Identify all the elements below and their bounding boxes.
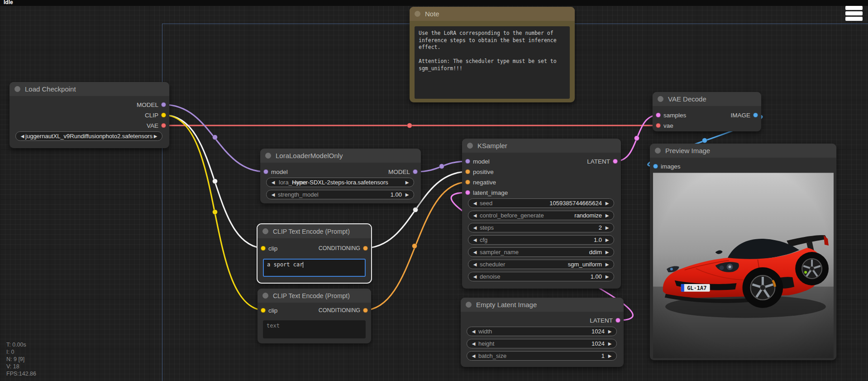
node-status-dot [262, 228, 268, 234]
next-value-arrow-icon[interactable]: ▶ [604, 250, 610, 255]
widget-seed[interactable]: ◀ seed 1059385744665624 ▶ [468, 198, 614, 208]
increment-arrow-icon[interactable]: ▶ [606, 353, 613, 358]
node-clip-text-encode-negative: CLIP Text Encode (Prompt) clip CONDITION… [258, 289, 371, 343]
widget-width[interactable]: ◀ width 1024 ▶ [467, 327, 617, 336]
widget-lora-name[interactable]: ◀ lora_name Hyper-SDXL-2steps-lora.safet… [266, 178, 414, 187]
output-port-vae[interactable] [161, 123, 166, 128]
widget-cfg[interactable]: ◀ cfg 1.0 ▶ [468, 235, 614, 245]
next-value-arrow-icon[interactable]: ▶ [404, 180, 410, 185]
widget-steps[interactable]: ◀ steps 2 ▶ [468, 223, 614, 232]
output-port-conditioning[interactable] [363, 308, 368, 313]
decrement-arrow-icon[interactable]: ◀ [470, 329, 477, 334]
decrement-arrow-icon[interactable]: ◀ [470, 353, 477, 358]
node-titlebar[interactable]: LoraLoaderModelOnly [260, 149, 421, 163]
node-titlebar[interactable]: VAE Decode [653, 92, 761, 106]
note-textarea[interactable]: Use the LoRA corresponding to the number… [415, 26, 570, 99]
input-port-images[interactable] [653, 164, 658, 169]
widget-height[interactable]: ◀ height 1024 ▶ [467, 339, 617, 348]
decrement-arrow-icon[interactable]: ◀ [270, 192, 277, 197]
next-value-arrow-icon[interactable]: ▶ [604, 213, 610, 218]
widget-value: randomize [574, 212, 602, 219]
decrement-arrow-icon[interactable]: ◀ [472, 237, 478, 242]
widget-ckpt-name[interactable]: ◀ juggernautXL_v9Rundiffusionphoto2.safe… [15, 131, 162, 141]
output-port-model[interactable] [161, 102, 166, 107]
widget-denoise[interactable]: ◀ denoise 1.00 ▶ [468, 272, 614, 281]
node-title: VAE Decode [668, 95, 706, 103]
node-titlebar[interactable]: CLIP Text Encode (Prompt) [258, 289, 371, 303]
widget-label: height [478, 340, 591, 347]
node-title: LoraLoaderModelOnly [276, 152, 343, 159]
prompt-textarea[interactable]: a sport car [263, 259, 366, 277]
prev-value-arrow-icon[interactable]: ◀ [472, 250, 478, 255]
port-row: positive [462, 167, 621, 177]
port-row: model LATENT [462, 156, 621, 166]
node-titlebar[interactable]: Preview Image [650, 144, 836, 158]
decrement-arrow-icon[interactable]: ◀ [472, 274, 478, 279]
node-status-dot [467, 143, 473, 149]
node-titlebar[interactable]: KSampler [462, 139, 621, 153]
decrement-arrow-icon[interactable]: ◀ [470, 341, 477, 346]
node-titlebar[interactable]: CLIP Text Encode (Prompt) [258, 224, 371, 238]
increment-arrow-icon[interactable]: ▶ [404, 192, 410, 197]
input-label: images [661, 163, 681, 170]
node-titlebar[interactable]: Load Checkpoint [10, 82, 169, 96]
port-row: vae [653, 121, 761, 130]
performance-stats: T: 0.00s I: 0 N: 9 [9] V: 18 FPS:142.86 [6, 341, 36, 377]
widget-scheduler[interactable]: ◀ scheduler sgm_uniform ▶ [468, 260, 614, 269]
increment-arrow-icon[interactable]: ▶ [604, 237, 610, 242]
input-port-vae[interactable] [656, 123, 661, 128]
output-port-image[interactable] [753, 113, 758, 118]
increment-arrow-icon[interactable]: ▶ [604, 274, 610, 279]
input-port-samples[interactable] [656, 113, 661, 118]
output-label: IMAGE [730, 112, 750, 119]
node-titlebar[interactable]: Empty Latent Image [461, 298, 624, 312]
next-value-arrow-icon[interactable]: ▶ [604, 262, 610, 267]
input-port-positive[interactable] [465, 169, 470, 174]
input-port-latent-image[interactable] [465, 190, 470, 195]
generated-car-image: GL·1A7 [653, 173, 834, 358]
node-load-checkpoint: Load Checkpoint MODEL CLIP VAE ◀ juggern… [10, 82, 169, 148]
output-port-latent[interactable] [615, 318, 620, 323]
input-port-model[interactable] [465, 159, 470, 164]
input-port-negative[interactable] [465, 180, 470, 185]
port-row: clip CONDITIONING [258, 305, 371, 315]
output-port-model[interactable] [413, 169, 418, 174]
top-status-bar: Idle [0, 0, 868, 6]
input-port-clip[interactable] [261, 246, 266, 251]
prompt-textarea[interactable]: text [263, 320, 366, 338]
widget-value: 1 [601, 352, 605, 359]
hamburger-menu-icon[interactable] [845, 6, 863, 22]
node-canvas[interactable]: Load Checkpoint MODEL CLIP VAE ◀ juggern… [0, 0, 868, 381]
stat-time: T: 0.00s [6, 341, 36, 348]
node-title: Note [425, 10, 439, 18]
prev-value-arrow-icon[interactable]: ◀ [472, 213, 478, 218]
widget-batch-size[interactable]: ◀ batch_size 1 ▶ [467, 351, 617, 361]
widget-strength-model[interactable]: ◀ strength_model 1.00 ▶ [266, 190, 414, 199]
output-port-conditioning[interactable] [363, 246, 368, 251]
prev-value-arrow-icon[interactable]: ◀ [270, 180, 277, 185]
widget-label: control_before_generate [480, 212, 574, 219]
next-value-arrow-icon[interactable]: ▶ [152, 134, 159, 139]
output-port-clip[interactable] [161, 113, 166, 118]
node-titlebar[interactable]: Note [410, 7, 575, 21]
increment-arrow-icon[interactable]: ▶ [604, 201, 610, 206]
decrement-arrow-icon[interactable]: ◀ [472, 201, 478, 206]
node-title: Load Checkpoint [25, 85, 76, 93]
prev-value-arrow-icon[interactable]: ◀ [19, 134, 26, 139]
output-port-latent[interactable] [613, 159, 618, 164]
port-row: negative [462, 177, 621, 187]
input-label: clip [268, 307, 277, 314]
input-port-model[interactable] [263, 169, 268, 174]
input-port-clip[interactable] [261, 308, 266, 313]
widget-value: 2 [599, 224, 602, 231]
increment-arrow-icon[interactable]: ▶ [604, 225, 610, 230]
increment-arrow-icon[interactable]: ▶ [606, 329, 613, 334]
decrement-arrow-icon[interactable]: ◀ [472, 225, 478, 230]
output-label: CONDITIONING [319, 307, 360, 313]
increment-arrow-icon[interactable]: ▶ [606, 341, 613, 346]
widget-label: steps [480, 224, 599, 231]
widget-control-before-generate[interactable]: ◀ control_before_generate randomize ▶ [468, 211, 614, 220]
prev-value-arrow-icon[interactable]: ◀ [472, 262, 478, 267]
port-row: CLIP [10, 110, 169, 120]
widget-sampler-name[interactable]: ◀ sampler_name ddim ▶ [468, 247, 614, 257]
